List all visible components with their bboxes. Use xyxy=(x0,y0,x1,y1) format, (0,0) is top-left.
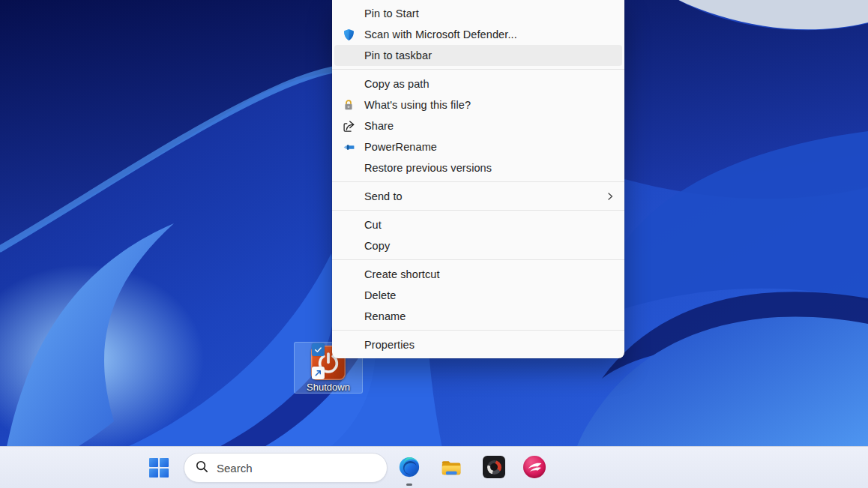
menu-separator xyxy=(332,181,624,182)
empty-icon-slot xyxy=(341,309,356,324)
menu-item-share[interactable]: Share xyxy=(334,115,622,136)
context-menu: Pin to Start Scan with Microsoft Defende… xyxy=(332,0,624,358)
menu-item-restore-previous-versions[interactable]: Restore previous versions xyxy=(334,157,622,178)
empty-icon-slot xyxy=(341,160,356,175)
edge-running-indicator xyxy=(406,484,412,486)
menu-separator xyxy=(332,69,624,70)
empty-icon-slot xyxy=(341,48,356,63)
empty-icon-slot xyxy=(341,238,356,253)
menu-item-properties[interactable]: Properties xyxy=(334,334,622,355)
shortcut-arrow-icon xyxy=(312,367,325,379)
windows-logo-icon xyxy=(149,469,158,478)
menu-item-scan-with-defender[interactable]: Scan with Microsoft Defender... xyxy=(334,24,622,45)
desktop-icon-label: Shutdown xyxy=(307,382,350,393)
edge-icon xyxy=(398,456,421,478)
menu-item-whats-using-this-file[interactable]: What's using this file? xyxy=(334,94,622,115)
dark-ring-app-icon xyxy=(483,456,505,478)
selection-checkbox-icon[interactable] xyxy=(312,343,325,356)
menu-separator xyxy=(332,259,624,260)
taskbar-app-file-explorer[interactable] xyxy=(440,456,462,478)
menu-item-copy-as-path[interactable]: Copy as path xyxy=(334,73,622,94)
search-icon xyxy=(195,460,209,477)
menu-separator xyxy=(332,330,624,331)
red-media-app-icon xyxy=(523,456,546,478)
windows-logo-icon xyxy=(149,458,158,467)
menu-separator xyxy=(332,210,624,211)
desktop-screen: Shutdown Pin to Start Scan with Microsof… xyxy=(0,0,868,488)
empty-icon-slot xyxy=(341,288,356,303)
menu-item-rename[interactable]: Rename xyxy=(334,306,622,327)
search-placeholder: Search xyxy=(217,462,253,475)
empty-icon-slot xyxy=(341,337,356,352)
defender-shield-icon xyxy=(341,27,356,42)
taskbar-app-microsoft-edge[interactable] xyxy=(398,456,421,478)
start-button[interactable] xyxy=(149,458,169,478)
taskbar: Search xyxy=(0,446,868,488)
padlock-icon xyxy=(341,97,356,112)
empty-icon-slot xyxy=(341,217,356,232)
file-explorer-icon xyxy=(440,456,462,478)
menu-item-send-to[interactable]: Send to xyxy=(334,186,622,207)
menu-item-cut[interactable]: Cut xyxy=(334,214,622,235)
empty-icon-slot xyxy=(341,189,356,204)
empty-icon-slot xyxy=(341,6,356,21)
search-input[interactable]: Search xyxy=(184,453,388,483)
menu-item-powerrename[interactable]: PowerRename xyxy=(334,136,622,157)
menu-item-pin-to-taskbar[interactable]: Pin to taskbar xyxy=(334,45,622,66)
empty-icon-slot xyxy=(341,76,356,91)
powerrename-icon xyxy=(341,139,356,154)
submenu-chevron-icon xyxy=(604,192,615,201)
menu-item-pin-to-start[interactable]: Pin to Start xyxy=(334,3,622,24)
taskbar-app-red-media-app[interactable] xyxy=(523,456,546,478)
menu-item-copy[interactable]: Copy xyxy=(334,235,622,256)
menu-item-create-shortcut[interactable]: Create shortcut xyxy=(334,264,622,285)
ring-glyph-icon xyxy=(487,460,501,475)
windows-logo-icon xyxy=(160,469,169,478)
windows-logo-icon xyxy=(160,458,169,467)
menu-item-delete[interactable]: Delete xyxy=(334,285,622,306)
empty-icon-slot xyxy=(341,267,356,282)
taskbar-app-dark-ring-app[interactable] xyxy=(483,456,505,478)
share-icon xyxy=(341,118,356,133)
